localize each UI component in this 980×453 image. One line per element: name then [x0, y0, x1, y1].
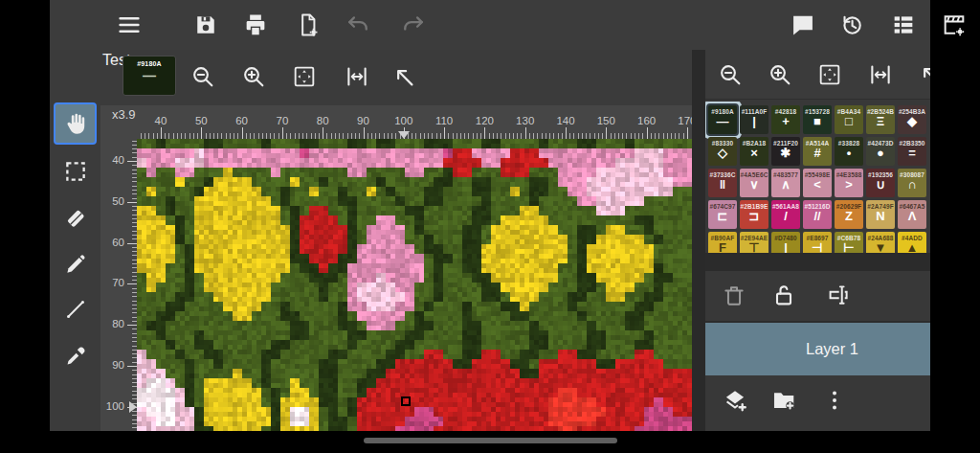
palette-swatch[interactable]: #E8697⊣ — [803, 232, 832, 253]
layer-title: Layer 1 — [806, 323, 858, 375]
palette-swatch[interactable]: #308087∩ — [898, 169, 926, 197]
lock-open-icon[interactable] — [770, 282, 797, 308]
fit-width-icon[interactable] — [344, 63, 370, 90]
ruler-label: 70 — [112, 278, 124, 289]
add-folder-icon[interactable] — [770, 387, 797, 414]
more-vert-icon[interactable] — [821, 387, 848, 414]
zoom-out-icon[interactable] — [189, 63, 216, 90]
home-indicator — [364, 438, 617, 443]
save-icon[interactable] — [192, 11, 219, 38]
swatch-symbol: < — [813, 178, 821, 192]
palette-swatch[interactable]: #55498E< — [803, 169, 832, 197]
swatch-symbol: • — [847, 147, 852, 160]
swatch-symbol: ∨ — [749, 178, 759, 192]
palette-swatch[interactable]: #2B3350= — [898, 137, 926, 166]
ruler-tick — [687, 127, 688, 139]
swatch-symbol: ⊏ — [718, 210, 728, 223]
palette-swatch[interactable]: #B90AFF — [708, 232, 737, 253]
rename-icon[interactable] — [825, 282, 852, 308]
redo-icon[interactable] — [400, 11, 427, 38]
pattern-image[interactable] — [137, 139, 692, 431]
panel-gap — [705, 253, 930, 271]
print-icon[interactable] — [242, 11, 269, 38]
file-settings-icon[interactable] — [295, 11, 322, 38]
palette-swatch[interactable]: #D7480| — [771, 232, 800, 253]
palette-swatch[interactable]: #24A688▼ — [866, 232, 895, 253]
palette-swatch[interactable]: #6467A5Λ — [898, 200, 926, 229]
history-icon[interactable] — [838, 11, 865, 38]
palette-swatch[interactable]: #83330◇ — [708, 137, 737, 166]
palette-swatch[interactable]: #B2A18× — [740, 137, 768, 166]
palette-swatch[interactable]: #153728■ — [803, 105, 832, 134]
swatch-symbol: ⊤ — [748, 241, 759, 253]
ruler-marker-horizontal — [398, 131, 410, 139]
swatch-symbol: # — [813, 147, 820, 160]
palette-swatch[interactable]: #2A749FN — [866, 200, 895, 229]
ruler-tick — [127, 161, 137, 162]
board-settings-icon[interactable] — [941, 11, 968, 38]
palette-swatch[interactable]: #483577∧ — [771, 169, 800, 197]
zoom-in-icon[interactable] — [240, 63, 267, 90]
palette-swatch[interactable]: #2E94AE⊤ — [740, 232, 768, 253]
palette-swatch[interactable]: #2B1B9E⊐ — [740, 200, 768, 229]
pattern-canvas[interactable] — [137, 139, 692, 431]
swatch-symbol: ■ — [813, 115, 821, 128]
tool-pencil[interactable] — [54, 243, 97, 285]
palette-swatch[interactable]: #9180A— — [708, 105, 737, 134]
palette-swatch[interactable]: #561AA8/ — [771, 200, 800, 229]
palette-swatch[interactable]: #192356∪ — [866, 169, 895, 197]
zoom-in-icon[interactable] — [767, 61, 793, 88]
palette-swatch[interactable]: #33828• — [835, 137, 863, 166]
tool-line[interactable] — [54, 288, 97, 330]
ruler-tick — [525, 127, 526, 139]
palette-swatch[interactable]: #42473D● — [866, 137, 895, 166]
palette-swatch[interactable]: #674C97⊏ — [708, 200, 737, 229]
ruler-label: 140 — [556, 115, 574, 126]
tool-eraser[interactable] — [54, 197, 97, 239]
tool-hand[interactable] — [54, 102, 97, 145]
trash-icon[interactable] — [721, 282, 747, 308]
fit-screen-icon[interactable] — [816, 61, 843, 88]
palette-swatch[interactable]: #A514A# — [803, 137, 832, 166]
layer-thumbnail-icon — [722, 335, 748, 362]
tool-select[interactable] — [54, 150, 97, 193]
current-color-swatch[interactable]: #9180A — — [122, 56, 176, 96]
visibility-icon[interactable] — [771, 335, 798, 362]
ruler-label: 90 — [112, 359, 124, 371]
tool-eyedropper[interactable] — [54, 335, 97, 377]
palette-swatch[interactable]: #42818+ — [771, 105, 800, 134]
layers-panel: Layer 1 — [705, 271, 930, 429]
vertical-ruler: 405060708090100 — [100, 139, 137, 431]
palette-swatch[interactable]: #254B3A◆ — [898, 105, 926, 134]
palette-swatch[interactable]: #4E3588> — [835, 169, 863, 197]
swatch-symbol: ▼ — [875, 241, 887, 253]
palette-swatch[interactable]: #C6B78⊢ — [835, 232, 863, 253]
layer-row[interactable]: Layer 1 — [705, 323, 930, 375]
grid-list-icon[interactable] — [890, 11, 917, 38]
palette-swatch[interactable]: #4A5E6C∨ — [740, 169, 768, 197]
app-screen: Test #9180A — x3.9 405060708090100110120… — [0, 0, 980, 453]
cursor-position-marker — [401, 396, 411, 406]
palette-swatch[interactable]: #2B524BΞ — [866, 105, 895, 134]
cursor-nw-icon[interactable] — [390, 63, 417, 90]
add-layer-icon[interactable] — [722, 387, 748, 414]
swatch-symbol: ∪ — [876, 178, 885, 192]
cursor-nw-icon[interactable] — [917, 61, 930, 88]
chat-icon[interactable] — [790, 11, 816, 38]
menu-icon[interactable] — [116, 11, 143, 38]
palette-swatch[interactable]: #B4A34□ — [835, 105, 863, 134]
palette-swatch[interactable]: #20629FZ — [835, 200, 863, 229]
ruler-tick — [647, 127, 648, 139]
zoom-out-icon[interactable] — [717, 61, 744, 88]
palette-swatch[interactable]: #4ADD▲ — [898, 232, 926, 253]
palette-swatch[interactable]: #111A0F| — [740, 105, 768, 134]
swatch-symbol: × — [750, 147, 758, 160]
fit-screen-icon[interactable] — [291, 63, 318, 90]
palette-swatch[interactable]: #211F20✱ — [771, 137, 800, 166]
palette-swatch[interactable]: #37336C‖ — [708, 169, 737, 197]
fit-width-icon[interactable] — [867, 61, 894, 88]
swatch-symbol: | — [752, 115, 756, 128]
swatch-symbol: Λ — [908, 210, 917, 223]
palette-swatch[interactable]: #51216D// — [803, 200, 832, 229]
undo-icon[interactable] — [345, 11, 371, 38]
